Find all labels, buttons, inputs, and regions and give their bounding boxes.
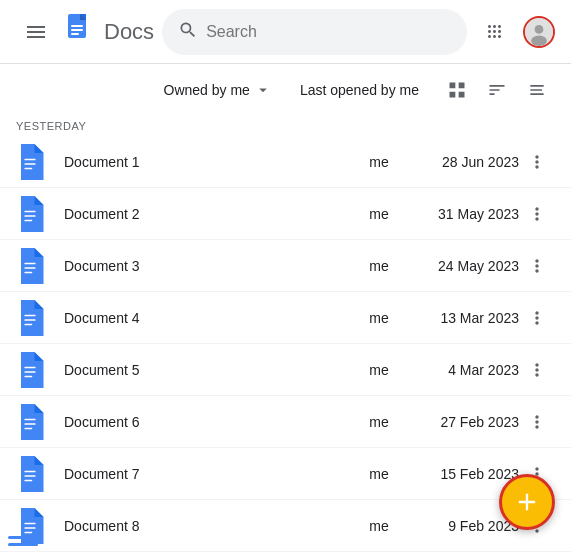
- svg-rect-22: [24, 371, 35, 373]
- owned-by-filter[interactable]: Owned by me: [156, 75, 280, 105]
- sidebar-bar-2: [8, 543, 38, 546]
- file-date: 13 Mar 2023: [409, 310, 519, 326]
- svg-rect-19: [24, 319, 35, 321]
- owned-by-label: Owned by me: [164, 82, 250, 98]
- file-name: Document 4: [56, 310, 349, 326]
- more-options-button[interactable]: [523, 148, 551, 176]
- file-icon: [16, 300, 56, 336]
- file-icon: [16, 248, 56, 284]
- svg-rect-10: [24, 163, 35, 165]
- file-owner: me: [349, 414, 409, 430]
- grid-view-button[interactable]: [439, 72, 475, 108]
- last-opened-label: Last opened by me: [292, 76, 427, 104]
- svg-point-7: [535, 25, 544, 34]
- svg-rect-14: [24, 219, 32, 221]
- sidebar-bottom: [0, 528, 60, 554]
- more-options-button[interactable]: [523, 408, 551, 436]
- search-input[interactable]: [206, 23, 451, 41]
- menu-button[interactable]: [16, 12, 56, 52]
- file-date: 28 Jun 2023: [409, 154, 519, 170]
- svg-rect-11: [24, 167, 32, 169]
- svg-rect-25: [24, 423, 35, 425]
- file-date: 4 Mar 2023: [409, 362, 519, 378]
- file-more: [519, 356, 555, 384]
- svg-rect-12: [24, 210, 35, 212]
- docs-logo: Docs: [60, 12, 154, 52]
- more-options-button[interactable]: [523, 252, 551, 280]
- svg-rect-24: [24, 418, 35, 420]
- file-date: 9 Feb 2023: [409, 518, 519, 534]
- table-row[interactable]: Document 6 me 27 Feb 2023: [0, 396, 571, 448]
- file-icon: [16, 144, 56, 180]
- file-owner: me: [349, 258, 409, 274]
- app-title: Docs: [104, 19, 154, 45]
- svg-rect-28: [24, 475, 35, 477]
- svg-rect-4: [71, 29, 83, 31]
- file-date: 31 May 2023: [409, 206, 519, 222]
- header-right: [475, 12, 555, 52]
- svg-rect-17: [24, 271, 32, 273]
- svg-rect-9: [24, 158, 35, 160]
- apps-button[interactable]: [475, 12, 515, 52]
- file-owner: me: [349, 154, 409, 170]
- sidebar-bar-1: [8, 536, 38, 539]
- svg-rect-20: [24, 323, 32, 325]
- file-icon: [16, 196, 56, 232]
- svg-rect-26: [24, 427, 32, 429]
- file-name: Document 3: [56, 258, 349, 274]
- search-icon: [178, 20, 198, 43]
- search-bar[interactable]: [162, 9, 467, 55]
- file-date: 27 Feb 2023: [409, 414, 519, 430]
- svg-rect-16: [24, 267, 35, 269]
- sort-button[interactable]: [479, 72, 515, 108]
- avatar[interactable]: [523, 16, 555, 48]
- view-toggle: [439, 72, 555, 108]
- docs-logo-icon: [60, 12, 100, 52]
- header: Docs: [0, 0, 571, 64]
- table-row[interactable]: Document 2 me 31 May 2023: [0, 188, 571, 240]
- table-row[interactable]: Document 5 me 4 Mar 2023: [0, 344, 571, 396]
- file-list: Document 1 me 28 Jun 2023 Document 2 me …: [0, 136, 571, 554]
- list-view-button[interactable]: [519, 72, 555, 108]
- more-options-button[interactable]: [523, 200, 551, 228]
- file-name: Document 2: [56, 206, 349, 222]
- file-more: [519, 408, 555, 436]
- table-row[interactable]: Document 7 me 15 Feb 2023: [0, 448, 571, 500]
- file-name: Document 1: [56, 154, 349, 170]
- svg-rect-13: [24, 215, 35, 217]
- svg-rect-3: [71, 25, 83, 27]
- file-owner: me: [349, 310, 409, 326]
- table-row[interactable]: Document 8 me 9 Feb 2023: [0, 500, 571, 552]
- file-icon: [16, 456, 56, 492]
- svg-rect-15: [24, 262, 35, 264]
- table-row[interactable]: Document 1 me 28 Jun 2023: [0, 136, 571, 188]
- file-icon: [16, 352, 56, 388]
- svg-rect-5: [71, 33, 79, 35]
- svg-rect-18: [24, 314, 35, 316]
- section-label-yesterday: Yesterday: [0, 112, 571, 136]
- table-row[interactable]: Document 4 me 13 Mar 2023: [0, 292, 571, 344]
- file-owner: me: [349, 206, 409, 222]
- file-owner: me: [349, 466, 409, 482]
- toolbar: Owned by me Last opened by me: [0, 64, 571, 112]
- svg-rect-27: [24, 470, 35, 472]
- more-options-button[interactable]: [523, 304, 551, 332]
- more-options-button[interactable]: [523, 356, 551, 384]
- file-owner: me: [349, 518, 409, 534]
- file-more: [519, 304, 555, 332]
- file-name: Document 8: [56, 518, 349, 534]
- svg-rect-29: [24, 479, 32, 481]
- file-icon: [16, 404, 56, 440]
- file-more: [519, 200, 555, 228]
- file-more: [519, 252, 555, 280]
- header-left: Docs: [16, 12, 154, 52]
- create-fab[interactable]: [499, 474, 555, 530]
- file-owner: me: [349, 362, 409, 378]
- svg-point-8: [531, 35, 547, 46]
- table-row[interactable]: Document 3 me 24 May 2023: [0, 240, 571, 292]
- file-name: Document 5: [56, 362, 349, 378]
- svg-rect-23: [24, 375, 32, 377]
- file-more: [519, 148, 555, 176]
- file-name: Document 6: [56, 414, 349, 430]
- file-date: 15 Feb 2023: [409, 466, 519, 482]
